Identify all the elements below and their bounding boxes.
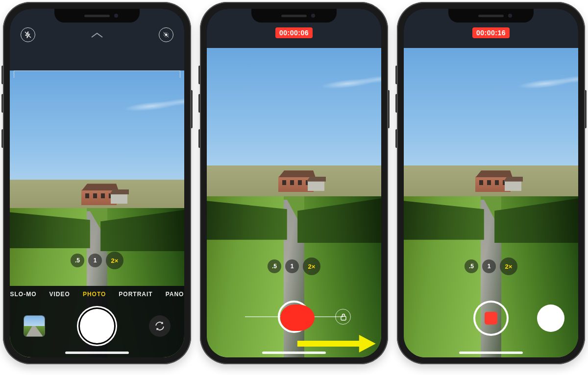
zoom-option-ultrawide[interactable]: .5 [268, 259, 281, 273]
camera-bottom-bar: SLO-MO VIDEO PHOTO PORTRAIT PANO [10, 286, 184, 357]
home-indicator[interactable] [459, 352, 523, 354]
shutter-button[interactable] [80, 309, 114, 343]
phone-quicktake-drag: 00:00:06 .5 1 2× [200, 2, 388, 364]
zoom-selector: .5 1 2× [268, 259, 320, 277]
chevron-up-icon [91, 32, 103, 39]
zoom-option-tele[interactable]: 2× [500, 258, 517, 275]
device-notch [54, 9, 140, 23]
quicktake-controls [207, 269, 381, 357]
stop-icon [485, 312, 497, 325]
mode-portrait[interactable]: PORTRAIT [119, 291, 152, 298]
lock-icon [340, 313, 347, 321]
mode-selector[interactable]: SLO-MO VIDEO PHOTO PORTRAIT PANO [10, 291, 184, 298]
mode-pano[interactable]: PANO [166, 291, 184, 298]
last-photo-thumbnail[interactable] [24, 315, 45, 337]
mode-slomo[interactable]: SLO-MO [10, 291, 37, 298]
phone-photo-mode: .5 1 2× SLO-MO VIDEO PHOTO PORTRAIT PANO [3, 2, 191, 364]
quicktake-shutter[interactable] [280, 305, 315, 331]
home-indicator[interactable] [65, 352, 129, 354]
svg-line-3 [164, 32, 169, 38]
zoom-option-wide[interactable]: 1 [285, 259, 299, 273]
switch-camera-button[interactable] [149, 315, 171, 337]
flip-camera-icon [154, 321, 165, 331]
capture-still-button[interactable] [537, 305, 564, 332]
phone-video-locked: 00:00:16 .5 1 2× [397, 2, 585, 364]
recording-timer: 00:00:06 [275, 27, 313, 38]
zoom-option-tele[interactable]: 2× [106, 252, 123, 269]
device-notch [251, 9, 337, 23]
flash-toggle[interactable] [21, 27, 35, 42]
zoom-option-ultrawide[interactable]: .5 [465, 259, 478, 273]
drag-right-arrow-hint [297, 335, 381, 352]
recording-controls [404, 294, 578, 338]
zoom-option-wide[interactable]: 1 [482, 259, 496, 273]
device-notch [448, 9, 534, 23]
zoom-selector: .5 1 2× [71, 254, 123, 271]
zoom-option-tele[interactable]: 2× [303, 258, 320, 275]
live-photo-toggle[interactable] [159, 27, 173, 42]
flash-off-icon [24, 31, 32, 39]
zoom-option-ultrawide[interactable]: .5 [71, 254, 84, 267]
camera-options-toggle[interactable] [91, 32, 103, 39]
zoom-option-wide[interactable]: 1 [88, 254, 102, 267]
svg-rect-4 [341, 316, 346, 320]
stop-recording-button[interactable] [475, 303, 507, 334]
live-photo-off-icon [162, 31, 170, 39]
mode-video[interactable]: VIDEO [49, 291, 70, 298]
zoom-selector: .5 1 2× [465, 259, 517, 277]
home-indicator[interactable] [262, 352, 326, 354]
mode-photo[interactable]: PHOTO [83, 291, 106, 298]
frame-guides [14, 70, 180, 71]
recording-timer: 00:00:16 [472, 27, 510, 38]
